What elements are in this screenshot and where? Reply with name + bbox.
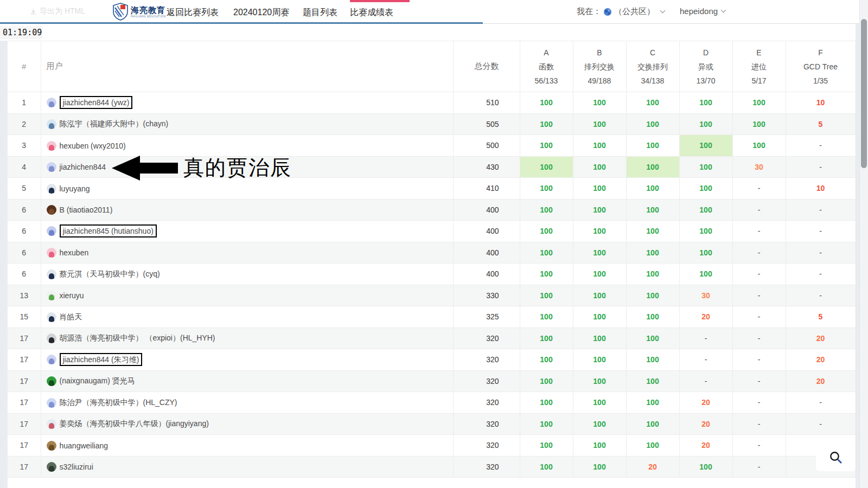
score-cell[interactable]: 100 [573,113,626,135]
score-cell[interactable]: 100 [573,242,626,264]
score-cell[interactable]: 100 [573,370,626,392]
score-cell[interactable]: 100 [573,456,626,478]
user-dropdown[interactable]: hepeidong [680,7,725,16]
score-cell[interactable]: 100 [520,264,573,285]
score-cell[interactable]: 100 [573,435,626,457]
user-name[interactable]: B (tiaotiao2011) [60,206,113,214]
score-cell[interactable]: 100 [679,178,732,200]
score-cell[interactable]: 20 [679,392,732,414]
user-name[interactable]: 陈泓宇（福建师大附中）(chayn) [60,119,169,128]
user-name[interactable]: 胡源浩（海亮初级中学） （expioi）(HL_HYH) [60,333,215,342]
score-cell[interactable]: 20 [786,328,856,349]
problem-column-header-c[interactable]: C 交换排列 34/138 [626,41,679,92]
search-button[interactable] [816,444,856,471]
score-cell[interactable]: 100 [520,328,573,349]
score-cell[interactable]: 100 [573,156,626,178]
nav-link-scoreboard-active[interactable]: 比赛成绩表 [350,7,393,18]
score-cell[interactable]: 100 [626,135,679,157]
score-cell[interactable]: 20 [679,435,732,457]
score-cell[interactable]: 20 [786,370,856,392]
score-cell[interactable]: 100 [626,199,679,221]
user-name[interactable]: 姜奕炀（海亮初级中学八年级）(jiangyiyang) [60,419,209,428]
score-cell[interactable]: 100 [520,349,573,371]
score-cell[interactable]: 100 [520,113,573,135]
score-cell[interactable]: 100 [626,178,679,200]
score-cell[interactable]: 100 [573,135,626,157]
score-cell[interactable]: 100 [573,178,626,200]
score-cell[interactable]: 100 [520,413,573,435]
score-cell[interactable]: 20 [679,413,732,435]
score-cell[interactable]: 100 [520,92,573,114]
problem-column-header-d[interactable]: D 异或 13/70 [679,41,732,92]
score-cell[interactable]: 20 [626,456,679,478]
user-name[interactable]: 肖皓天 [60,312,82,321]
user-name[interactable]: jiazhichen844 (朱习维) [60,353,143,366]
user-name[interactable]: jiazhichen844 (ywz) [60,96,133,109]
score-cell[interactable]: 10 [786,92,856,114]
nav-link-contest-name[interactable]: 20240120周赛 [233,7,289,18]
score-cell[interactable]: 100 [626,370,679,392]
score-cell[interactable]: 100 [573,199,626,221]
score-cell[interactable]: 100 [626,285,679,306]
nav-link-contest-list[interactable]: 返回比赛列表 [167,7,219,18]
score-cell[interactable]: 30 [679,285,732,306]
score-cell[interactable]: 100 [732,113,786,135]
user-name[interactable]: (naixgnaugam) 贤光马 [60,376,135,385]
score-cell[interactable]: 100 [732,135,786,157]
score-cell[interactable]: 100 [520,242,573,264]
region-dropdown[interactable]: 我在： （公共区） [577,7,665,17]
score-cell[interactable]: 100 [679,221,732,242]
user-name[interactable]: huangweiliang [60,441,108,450]
score-cell[interactable]: 100 [520,199,573,221]
score-cell[interactable]: 100 [626,392,679,414]
score-cell[interactable]: 100 [626,435,679,457]
user-name[interactable]: hexuben (wxy2010) [60,142,126,150]
score-cell[interactable]: 100 [626,413,679,435]
score-cell[interactable]: 100 [626,221,679,242]
score-cell[interactable]: 100 [679,242,732,264]
score-cell[interactable]: 100 [679,456,732,478]
user-name[interactable]: 蔡元淇（天马初级中学）(cyq) [60,269,160,278]
user-name[interactable]: 陈治尹（海亮初级中学）(HL_CZY) [60,398,177,407]
score-cell[interactable]: 100 [626,264,679,285]
user-name[interactable]: xieruyu [60,291,84,300]
score-cell[interactable]: 100 [520,435,573,457]
score-cell[interactable]: 100 [626,328,679,349]
score-cell[interactable]: 100 [573,221,626,242]
score-cell[interactable]: 100 [520,370,573,392]
user-name[interactable]: hexuben [60,248,89,257]
score-cell[interactable]: 100 [573,349,626,371]
score-cell[interactable]: 100 [520,285,573,306]
score-cell[interactable]: 100 [573,92,626,114]
score-cell[interactable]: 100 [573,328,626,349]
score-cell[interactable]: 100 [573,306,626,328]
score-cell[interactable]: 10 [786,178,856,200]
score-cell[interactable]: 100 [520,221,573,242]
site-logo[interactable]: 海亮教育 HAILIANG EDUCATION [113,3,166,21]
score-cell[interactable]: 100 [626,349,679,371]
score-cell[interactable]: 100 [520,178,573,200]
nav-link-problem-list[interactable]: 题目列表 [303,7,337,18]
score-cell[interactable]: 30 [732,156,786,178]
score-cell[interactable]: 5 [786,306,856,328]
problem-column-header-f[interactable]: F GCD Tree 1/35 [786,41,856,92]
score-cell[interactable]: 100 [520,392,573,414]
scrollbar-thumb[interactable] [861,19,867,168]
score-cell[interactable]: 100 [520,456,573,478]
problem-column-header-b[interactable]: B 排列交换 49/188 [573,41,626,92]
score-cell[interactable]: 100 [520,306,573,328]
score-cell[interactable]: 100 [679,135,732,157]
user-name[interactable]: s32liuzirui [60,463,93,471]
score-cell[interactable]: 100 [573,264,626,285]
score-cell[interactable]: 100 [626,156,679,178]
score-cell[interactable]: 100 [679,264,732,285]
user-name[interactable]: jiazhichen844 [60,163,106,171]
score-cell[interactable]: 100 [573,285,626,306]
score-cell[interactable]: 20 [786,349,856,371]
problem-column-header-a[interactable]: A 函数 56/133 [520,41,573,92]
score-cell[interactable]: 5 [786,113,856,135]
score-cell[interactable]: 100 [626,306,679,328]
vertical-scrollbar[interactable] [859,0,868,488]
score-cell[interactable]: 100 [732,92,786,114]
user-name[interactable]: jiazhichen845 (hutianshuo) [60,224,157,237]
